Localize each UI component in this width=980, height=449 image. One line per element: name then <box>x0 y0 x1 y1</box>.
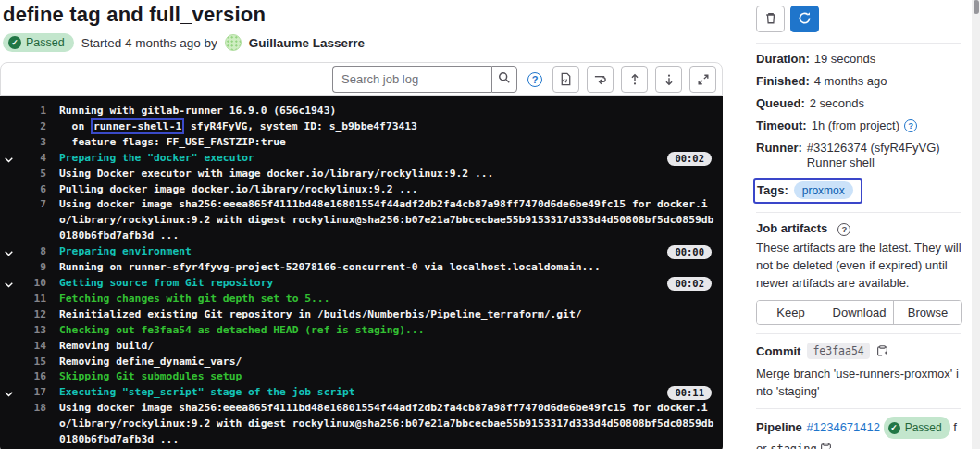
log-line-number[interactable]: 16 <box>17 369 46 385</box>
pipeline-link[interactable]: #1234671412 <box>806 420 880 434</box>
commit-message: Merge branch 'use-runners-proxmox' into … <box>756 365 961 400</box>
log-line-text: on runner-shell-1 sfyR4FyVG, system ID: … <box>59 119 723 135</box>
job-log: 1Running with gitlab-runner 16.9.0 (656c… <box>0 96 723 449</box>
log-section-header[interactable]: 4Preparing the "docker" executor00:02 <box>0 151 723 167</box>
raw-log-button[interactable] <box>552 66 579 93</box>
trash-icon <box>764 11 777 28</box>
log-toolbar: ? <box>0 62 723 96</box>
runner-label: Runner: <box>756 141 802 156</box>
copy-ref-icon[interactable] <box>820 442 832 449</box>
browse-button[interactable]: Browse <box>894 301 961 324</box>
log-line: 7Using docker image sha256:eeea865f4111b… <box>0 197 723 244</box>
log-line-text: feature flags: FF_USE_FASTZIP:true <box>59 135 723 151</box>
check-icon: ✓ <box>8 36 21 49</box>
keep-button[interactable]: Keep <box>757 301 825 324</box>
log-line-number[interactable]: 18 <box>17 401 46 417</box>
tag-badge[interactable]: proxmox <box>794 181 853 199</box>
log-line-text: Executing "step_script" stage of the job… <box>59 385 662 401</box>
scroll-top-button[interactable] <box>621 66 648 93</box>
chevron-down-icon[interactable] <box>0 155 17 165</box>
log-section-header[interactable]: 8Preparing environment00:00 <box>0 244 723 260</box>
job-page: define tag and full_version ✓ Passed Sta… <box>0 0 980 449</box>
log-line-number[interactable]: 1 <box>17 104 46 119</box>
log-line-text: Preparing the "docker" executor <box>59 151 662 167</box>
log-line-number[interactable]: 17 <box>17 385 46 401</box>
avatar[interactable] <box>225 34 242 51</box>
log-line-number[interactable]: 11 <box>17 292 46 307</box>
tags-annotation-box: Tags: proxmox <box>753 178 862 204</box>
search-button[interactable] <box>491 66 517 93</box>
search-input[interactable] <box>332 66 491 93</box>
log-line-number[interactable]: 4 <box>17 151 46 167</box>
log-line-number[interactable]: 6 <box>17 182 46 198</box>
page-scrollbar[interactable] <box>972 0 980 449</box>
log-line: 2 on runner-shell-1 sfyR4FyVG, system ID… <box>0 119 723 135</box>
commit-label: Commit <box>756 344 800 358</box>
detail-duration: Duration: 19 seconds <box>756 52 961 67</box>
log-line-number[interactable]: 5 <box>17 167 46 182</box>
log-line-number[interactable]: 2 <box>17 119 46 135</box>
log-line-number[interactable]: 3 <box>17 135 46 151</box>
chevron-down-icon[interactable] <box>0 280 17 290</box>
artifacts-help-icon[interactable]: ? <box>837 223 850 236</box>
pipeline-label: Pipeline <box>756 420 802 434</box>
duration-label: Duration: <box>756 52 810 67</box>
log-line-text: Removing define_dynamic_vars/ <box>59 355 723 370</box>
wrap-lines-button[interactable] <box>587 66 614 93</box>
log-line-number[interactable]: 8 <box>17 244 46 260</box>
finished-label: Finished: <box>756 74 810 89</box>
chevron-down-icon[interactable] <box>0 389 17 399</box>
commit-sha[interactable]: fe3faa54 <box>807 343 869 359</box>
section-duration-badge: 00:11 <box>667 386 712 400</box>
log-section-header[interactable]: 17Executing "step_script" stage of the j… <box>0 385 723 401</box>
section-duration-badge: 00:02 <box>667 277 712 291</box>
artifacts-description: These artifacts are the latest. They wil… <box>756 239 961 292</box>
copy-commit-icon[interactable] <box>876 344 888 357</box>
erase-log-button[interactable] <box>756 6 785 32</box>
detail-timeout: Timeout: 1h (from project) ? <box>756 118 961 133</box>
finished-value: 4 months ago <box>814 74 887 89</box>
download-button[interactable]: Download <box>825 301 894 324</box>
section-duration-badge: 00:02 <box>667 152 712 166</box>
started-text: Started 4 months ago by <box>81 36 217 50</box>
help-icon[interactable]: ? <box>527 72 542 87</box>
pipeline-ref[interactable]: staging <box>770 443 817 449</box>
scrollbar-thumb[interactable] <box>974 0 979 14</box>
detail-queued: Queued: 2 seconds <box>756 96 961 111</box>
log-line-number[interactable]: 12 <box>17 307 46 323</box>
log-line: 15Removing define_dynamic_vars/ <box>0 355 723 370</box>
chevron-down-icon[interactable] <box>0 248 17 258</box>
log-line-number[interactable]: 9 <box>17 260 46 276</box>
log-line-number[interactable]: 13 <box>17 323 46 339</box>
log-line-number[interactable]: 15 <box>17 355 46 370</box>
log-line-number[interactable]: 7 <box>17 197 46 213</box>
queued-value: 2 seconds <box>810 96 864 111</box>
sidebar-actions <box>756 6 961 32</box>
timeout-label: Timeout: <box>756 118 807 133</box>
log-line-number[interactable]: 14 <box>17 339 46 355</box>
wrap-lines-icon <box>593 72 607 86</box>
search-group <box>332 66 517 93</box>
log-line-text: Reinitialized existing Git repository in… <box>59 307 723 323</box>
job-artifacts-section: Job artifacts ? These artifacts are the … <box>756 221 961 325</box>
log-line-text: Getting source from Git repository <box>59 276 662 292</box>
log-line: 1Running with gitlab-runner 16.9.0 (656c… <box>0 104 723 119</box>
retry-button[interactable] <box>790 6 819 32</box>
log-line-number[interactable]: 10 <box>17 276 46 292</box>
retry-icon <box>798 11 812 28</box>
scroll-bottom-button[interactable] <box>655 66 682 93</box>
log-line: 9Running on runner-sfyr4fyvg-project-520… <box>0 260 723 276</box>
log-line-text: Removing build/ <box>59 339 723 355</box>
author-name[interactable]: Guillaume Lasserre <box>249 36 365 50</box>
pipeline-status-badge: ✓Passed <box>884 417 950 439</box>
timeout-help-icon[interactable]: ? <box>904 119 917 132</box>
log-line: 6Pulling docker image docker.io/library/… <box>0 182 723 198</box>
log-line: 16Skipping Git submodules setup <box>0 369 723 385</box>
fullscreen-button[interactable] <box>689 66 716 93</box>
job-main-column: define tag and full_version ✓ Passed Sta… <box>0 0 723 449</box>
log-line-text: Skipping Git submodules setup <box>59 369 723 385</box>
log-section-header[interactable]: 10Getting source from Git repository00:0… <box>0 276 723 292</box>
artifacts-title: Job artifacts <box>756 221 827 235</box>
fullscreen-icon <box>697 73 710 86</box>
log-line: 13Checking out fe3faa54 as detached HEAD… <box>0 323 723 339</box>
